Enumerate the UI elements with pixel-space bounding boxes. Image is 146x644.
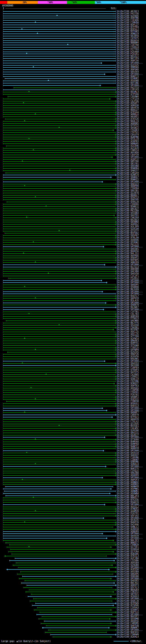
hit-bar[interactable] (3, 46, 116, 48)
hit-bar[interactable] (3, 342, 116, 344)
hit-bar[interactable] (3, 228, 116, 230)
hit-bar[interactable] (3, 394, 116, 396)
hit-bar[interactable] (3, 165, 116, 167)
hit-bar[interactable] (10, 548, 116, 550)
hit-bar[interactable] (3, 450, 103, 452)
hit-label[interactable]: UniRef100_A2EHL4 (117, 636, 139, 638)
hit-bar[interactable] (3, 344, 116, 346)
hit-bar[interactable] (3, 55, 116, 57)
hit-bar[interactable] (3, 143, 116, 144)
hit-bar[interactable] (3, 479, 116, 481)
hit-bar[interactable] (3, 463, 116, 465)
hit-bar[interactable] (3, 102, 116, 104)
hit-bar[interactable] (3, 210, 116, 212)
hit-bar[interactable] (3, 196, 116, 198)
hit-bar[interactable] (3, 540, 113, 542)
hit-bar[interactable] (3, 535, 116, 537)
hit-bar[interactable] (3, 53, 116, 55)
hit-bar[interactable] (3, 156, 112, 158)
hit-bar[interactable] (40, 611, 116, 613)
hit-bar[interactable] (8, 96, 116, 98)
hit-bar[interactable] (13, 564, 112, 566)
hit-bar[interactable] (3, 533, 102, 534)
hit-bar[interactable] (3, 58, 116, 60)
hit-bar[interactable] (3, 114, 116, 115)
hit-bar[interactable] (3, 438, 116, 440)
hit-bar[interactable] (3, 484, 116, 485)
hit-bar[interactable] (3, 284, 116, 286)
hit-bar[interactable] (3, 250, 116, 252)
hit-bar[interactable] (3, 91, 116, 93)
hit-bar[interactable] (3, 62, 101, 64)
hit-bar[interactable] (3, 66, 116, 68)
hit-bar[interactable] (3, 30, 116, 32)
hit-bar[interactable] (3, 459, 116, 461)
hit-bar[interactable] (3, 140, 116, 142)
hit-bar[interactable] (3, 239, 116, 241)
hit-bar[interactable] (3, 362, 116, 364)
hit-bar[interactable] (3, 414, 116, 416)
hit-bar[interactable] (3, 129, 113, 131)
hit-bar[interactable] (3, 300, 116, 302)
hit-bar[interactable] (3, 80, 116, 82)
hit-bar[interactable] (3, 163, 116, 165)
hit-bar[interactable] (3, 466, 106, 468)
hit-bar[interactable] (3, 188, 116, 190)
hit-bar[interactable] (3, 389, 116, 391)
hit-bar[interactable] (3, 237, 116, 239)
hit-bar[interactable] (3, 15, 116, 17)
hit-bar[interactable] (7, 546, 111, 548)
hit-bar[interactable] (3, 33, 116, 35)
hit-bar[interactable] (3, 302, 106, 304)
hit-bar[interactable] (3, 354, 116, 355)
hit-bar[interactable] (5, 118, 116, 120)
hit-bar[interactable] (3, 190, 116, 192)
hit-bar[interactable] (29, 589, 116, 591)
hit-bar[interactable] (3, 430, 116, 432)
hit-bar[interactable] (3, 105, 116, 106)
hit-bar[interactable] (3, 150, 116, 151)
hit-bar[interactable] (3, 42, 116, 44)
hit-bar[interactable] (27, 584, 116, 586)
hit-bar[interactable] (3, 134, 116, 136)
hit-bar[interactable] (3, 84, 100, 86)
hit-bar[interactable] (3, 387, 116, 389)
hit-bar[interactable] (3, 127, 116, 129)
hit-bar[interactable] (3, 336, 116, 338)
hit-bar[interactable] (3, 226, 116, 228)
hit-bar[interactable] (37, 607, 116, 608)
hit-bar[interactable] (3, 160, 116, 162)
hit-bar[interactable] (19, 578, 111, 580)
hit-bar[interactable] (3, 230, 116, 232)
hit-bar[interactable] (3, 528, 116, 530)
hit-bar[interactable] (3, 38, 116, 39)
hit-bar[interactable] (9, 560, 114, 562)
hit-bar[interactable] (3, 73, 105, 75)
hit-bar[interactable] (3, 316, 116, 317)
hit-bar[interactable] (3, 378, 116, 380)
hit-bar[interactable] (28, 596, 111, 598)
hit-bar[interactable] (3, 257, 116, 259)
hit-bar[interactable] (3, 64, 116, 66)
hit-bar[interactable] (3, 255, 116, 257)
hit-bar[interactable] (3, 364, 116, 366)
hit-bar[interactable] (7, 201, 116, 203)
hit-bar[interactable] (3, 82, 116, 84)
hit-bar[interactable] (3, 499, 116, 501)
hit-bar[interactable] (3, 522, 116, 524)
hit-bar[interactable] (3, 470, 116, 472)
hit-bar[interactable] (46, 625, 116, 627)
hit-bar[interactable] (3, 407, 102, 409)
hit-bar[interactable] (3, 376, 116, 378)
hit-bar[interactable] (3, 264, 105, 266)
hit-bar[interactable] (3, 396, 116, 398)
hit-bar[interactable] (20, 571, 116, 573)
hit-bar[interactable] (3, 327, 116, 328)
hit-bar[interactable] (6, 145, 116, 147)
hit-bar[interactable] (3, 268, 116, 270)
hit-bar[interactable] (3, 331, 116, 333)
hit-bar[interactable] (8, 277, 116, 279)
hit-bar[interactable] (3, 349, 116, 351)
hit-bar[interactable] (25, 580, 116, 582)
hit-bar[interactable] (3, 324, 116, 326)
